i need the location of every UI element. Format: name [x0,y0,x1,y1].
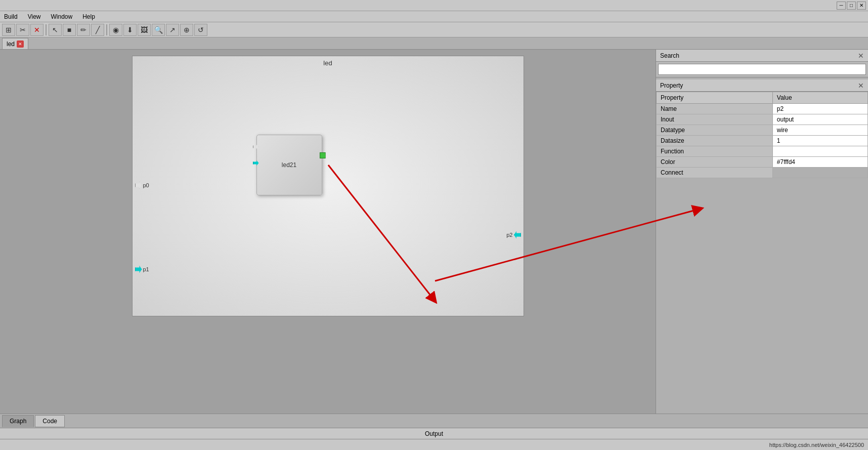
search-panel-close[interactable]: ✕ [858,52,864,60]
close-button[interactable]: ✕ [857,2,866,10]
canvas-title: led [323,59,332,67]
minimize-button[interactable]: ─ [837,2,846,10]
property-row-2: Datatypewire [657,125,868,136]
property-row-1: Inoutoutput [657,114,868,125]
toolbar-arrow1[interactable]: ↗ [166,24,179,36]
menu-bar: Build View Window Help [0,11,868,22]
port-p2-arrow [514,231,521,238]
canvas-area: led p0 p1 p2 [0,50,656,414]
toolbar-delete[interactable]: ✕ [30,24,44,36]
tab-led-close[interactable]: ✕ [17,40,24,48]
property-value-5: #7fffd4 [772,157,867,168]
port-p1: p1 [135,266,149,273]
property-panel-close[interactable]: ✕ [858,81,864,90]
toolbar-new[interactable]: ⊞ [2,24,15,36]
toolbar-zoomin[interactable]: ⊕ [180,24,193,36]
property-name-1: Inout [657,114,773,125]
toolbar: ⊞ ✂ ✕ ↖ ■ ✏ ╱ ◉ ⬇ 🖼 🔍 ↗ ⊕ ↺ [0,22,868,37]
property-row-3: Datasize1 [657,136,868,146]
property-value-4 [772,146,867,157]
tab-bar: led ✕ [0,37,868,50]
property-row-0: Namep2 [657,104,868,114]
comp-port-p1[interactable] [253,160,259,166]
menu-window[interactable]: Window [49,12,74,21]
toolbar-cut[interactable]: ✂ [16,24,29,36]
status-url: https://blog.csdn.net/weixin_46422500 [769,442,864,448]
tab-code[interactable]: Code [35,415,65,427]
search-panel-header: Search ✕ [656,50,868,62]
property-panel-title: Property [660,82,683,89]
toolbar-select[interactable]: ↖ [49,24,62,36]
maximize-button[interactable]: □ [847,2,856,10]
component-label: led21 [282,161,296,169]
toolbar-circle[interactable]: ◉ [109,24,122,36]
property-row-4: Function [657,146,868,157]
toolbar-zoom[interactable]: 🔍 [152,24,165,36]
value-col-header: Value [772,92,867,104]
tab-graph[interactable]: Graph [2,415,34,427]
status-bar: https://blog.csdn.net/weixin_46422500 [0,439,868,450]
property-col-header: Property [657,92,773,104]
port-p1-label: p1 [143,266,149,272]
toolbar-pencil[interactable]: ✏ [77,24,90,36]
search-section [656,62,868,77]
tab-led-label: led [7,40,15,48]
property-value-3: 1 [772,136,867,146]
property-value-1: output [772,114,867,125]
right-panel: Search ✕ Property ✕ Property Value Name [656,50,868,414]
search-panel-title: Search [660,52,679,59]
property-name-0: Name [657,104,773,114]
comp-port-p0[interactable] [253,144,259,149]
comp-port-p2[interactable] [320,152,326,158]
property-value-6[interactable] [772,168,867,178]
property-value-0: p2 [772,104,867,114]
main-content: led p0 p1 p2 [0,50,868,414]
component-led21[interactable]: led21 [256,135,322,195]
port-p0-arrow [135,182,142,189]
menu-help[interactable]: Help [80,12,97,21]
output-bar: Output [0,428,868,439]
toolbar-arrow2[interactable]: ↺ [194,24,207,36]
search-input[interactable] [658,64,866,75]
toolbar-separator-2 [106,24,107,35]
port-p2-label: p2 [506,232,512,238]
menu-view[interactable]: View [26,12,43,21]
toolbar-blackbox[interactable]: ■ [63,24,76,36]
property-name-4: Function [657,146,773,157]
toolbar-image[interactable]: 🖼 [138,24,151,36]
property-name-2: Datatype [657,125,773,136]
property-name-6: Connect [657,168,773,178]
annotation-arrows [133,56,524,316]
property-section: Property Value Namep2InoutoutputDatatype… [656,92,868,414]
menu-build[interactable]: Build [2,12,20,21]
tab-led[interactable]: led ✕ [2,38,28,49]
toolbar-separator-1 [46,24,47,35]
port-p1-arrow [135,266,142,273]
property-row-5: Color#7fffd4 [657,157,868,168]
port-p0-label: p0 [143,182,149,188]
svg-line-2 [328,165,433,299]
port-p0: p0 [135,182,149,189]
property-table: Property Value Namep2InoutoutputDatatype… [656,92,868,178]
toolbar-line[interactable]: ╱ [91,24,104,36]
property-panel-header: Property ✕ [656,79,868,92]
property-name-5: Color [657,157,773,168]
design-canvas[interactable]: led p0 p1 p2 [132,56,524,316]
bottom-tabs: Graph Code [0,414,868,428]
property-name-3: Datasize [657,136,773,146]
toolbar-download[interactable]: ⬇ [123,24,137,36]
property-value-2: wire [772,125,867,136]
port-p2: p2 [506,231,520,238]
output-label: Output [425,430,443,437]
title-bar: ─ □ ✕ [0,0,868,11]
property-row-6: Connect [657,168,868,178]
